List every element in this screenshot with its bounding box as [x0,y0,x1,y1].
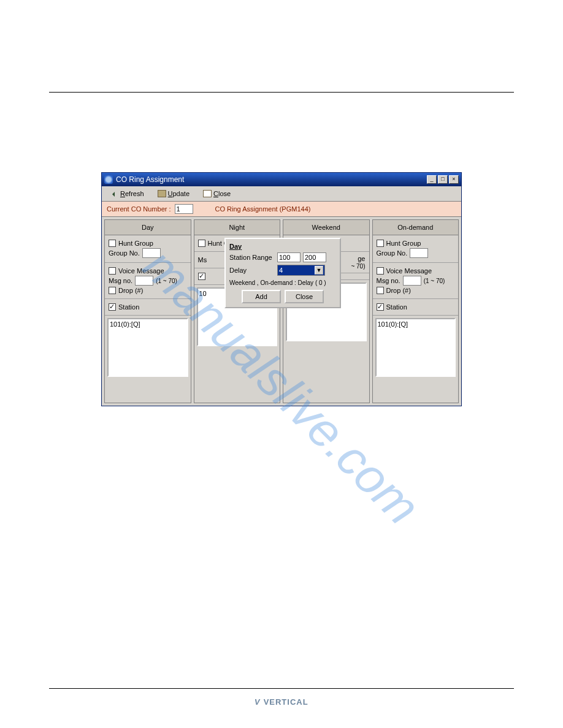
col-header-day: Day [105,220,191,235]
station-checkbox-night[interactable] [198,273,205,280]
voice-msg-checkbox-ondemand[interactable] [377,267,384,275]
co-number-row: Current CO Number : CO Ring Assignment (… [102,202,461,217]
station-range-from-input[interactable] [277,252,301,262]
back-arrow-icon [110,190,118,197]
msg-no-input-ondemand[interactable] [403,276,421,286]
delay-select[interactable]: 4 ▼ [277,265,325,276]
msg-hint: (1 ~ 70) [156,278,177,284]
station-checkbox-ondemand[interactable] [377,303,384,311]
popup-title: Day [229,243,336,250]
station-checkbox-day[interactable] [109,303,116,311]
pgm-label: CO Ring Assignment (PGM144) [215,205,311,213]
hunt-group-checkbox-day[interactable] [109,240,116,247]
refresh-button[interactable]: Refresh [105,188,148,199]
station-label: Station [118,303,139,311]
close-icon [203,190,212,197]
station-list-day[interactable]: 101(0):[Q] [107,318,188,377]
msg-no-input-day[interactable] [135,276,153,286]
close-button[interactable]: Close [199,188,235,199]
hunt-group-checkbox-ondemand[interactable] [377,240,384,247]
col-header-ondemand: On-demand [373,220,459,235]
maximize-button[interactable]: □ [438,175,448,184]
station-range-label: Station Range [229,254,275,261]
col-ondemand: On-demand Hunt Group Group No. Voice Mes… [372,219,459,403]
divider-bottom [49,688,514,689]
minimize-button[interactable]: _ [427,175,437,184]
popup-note: Weekend , On-demand : Delay ( 0 ) [229,279,336,286]
co-number-input[interactable] [175,204,193,214]
co-number-label: Current CO Number : [107,205,171,213]
save-icon [158,190,166,197]
titlebar: CO Ring Assignment _ □ × [102,173,461,186]
popup-close-button[interactable]: Close [285,290,324,303]
app-icon [104,175,113,184]
app-window: CO Ring Assignment _ □ × Refresh Update … [101,172,462,406]
msg-no-label: Msg no. [109,277,132,284]
hunt-group-checkbox-night[interactable] [198,240,205,247]
station-range-to-input[interactable] [303,252,326,262]
footer-logo: V VERTICAL [49,697,514,707]
add-button[interactable]: Add [242,290,281,303]
update-button[interactable]: Update [153,188,194,199]
drop-label: Drop (#) [118,287,143,294]
col-header-weekend: Weekend [283,220,369,235]
delay-value: 4 [279,267,283,274]
close-window-button[interactable]: × [449,175,459,184]
group-no-label: Group No. [109,249,140,257]
voice-msg-checkbox-day[interactable] [109,267,116,275]
group-no-input-ondemand[interactable] [410,248,428,258]
station-list-ondemand[interactable]: 101(0):[Q] [375,318,456,377]
window-title: CO Ring Assignment [116,175,427,184]
drop-checkbox-day[interactable] [109,287,116,294]
delay-label: Delay [229,267,275,274]
popup-dialog: Day Station Range Delay 4 ▼ Weekend , On… [224,238,341,308]
divider-top [49,92,514,93]
group-no-input-day[interactable] [142,248,161,258]
hunt-group-label: Hunt Group [118,240,153,247]
drop-checkbox-ondemand[interactable] [377,287,384,294]
col-day: Day Hunt Group Group No. Voice Message M… [104,219,191,403]
chevron-down-icon: ▼ [315,266,323,275]
voice-msg-label: Voice Message [118,267,164,275]
toolbar: Refresh Update Close [102,186,461,202]
col-header-night: Night [194,220,280,235]
